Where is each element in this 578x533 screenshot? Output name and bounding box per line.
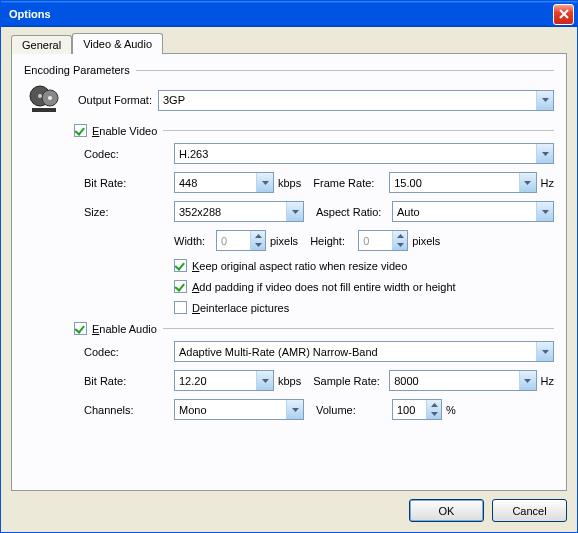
hz-unit: Hz (541, 375, 554, 387)
sample-rate-combo[interactable]: 8000 (389, 370, 536, 391)
options-window: Options General Video & Audio Encoding P… (0, 0, 578, 533)
chevron-down-icon (519, 173, 536, 192)
channels-label: Channels: (84, 404, 174, 416)
chevron-down-icon (256, 173, 273, 192)
chevron-down-icon (286, 202, 303, 221)
volume-label: Volume: (316, 404, 392, 416)
size-value: 352x288 (179, 206, 286, 218)
output-format-combo[interactable]: 3GP (158, 90, 554, 111)
enable-audio-check[interactable]: Enable Audio (74, 322, 157, 335)
divider (136, 70, 554, 71)
chevron-down-icon (536, 144, 553, 163)
tabstrip: General Video & Audio (11, 35, 567, 54)
cancel-button[interactable]: Cancel (492, 499, 567, 522)
checkbox-icon (74, 124, 87, 137)
hz-unit: Hz (541, 177, 554, 189)
size-combo[interactable]: 352x288 (174, 201, 304, 222)
sample-rate-value: 8000 (394, 375, 518, 387)
video-bitrate-value: 448 (179, 177, 256, 189)
size-label: Size: (84, 206, 174, 218)
width-label: Width: (174, 235, 216, 247)
framerate-value: 15.00 (394, 177, 518, 189)
enable-video-label: Enable Video (92, 125, 157, 137)
chevron-down-icon (536, 342, 553, 361)
sample-rate-label: Sample Rate: (313, 375, 389, 387)
channels-combo[interactable]: Mono (174, 399, 304, 420)
keep-aspect-check[interactable]: Keep original aspect ratio when resize v… (174, 259, 407, 272)
audio-codec-value: Adaptive Multi-Rate (AMR) Narrow-Band (179, 346, 536, 358)
chevron-down-icon (536, 91, 553, 110)
close-icon (559, 9, 569, 19)
checkbox-icon (174, 280, 187, 293)
pixels-unit: pixels (270, 235, 298, 247)
keep-aspect-label: Keep original aspect ratio when resize v… (192, 260, 407, 272)
checkbox-icon (74, 322, 87, 335)
framerate-label: Frame Rate: (313, 177, 389, 189)
titlebar: Options (1, 1, 577, 27)
divider (163, 130, 554, 131)
deinterlace-label: Deinterlace pictures (192, 302, 289, 314)
chevron-down-icon (286, 400, 303, 419)
chevron-down-icon (256, 371, 273, 390)
svg-rect-4 (32, 108, 56, 112)
width-spinner[interactable]: 0 (216, 230, 266, 251)
enable-audio-label: Enable Audio (92, 323, 157, 335)
svg-point-3 (48, 96, 52, 100)
close-button[interactable] (553, 4, 574, 25)
width-value: 0 (221, 235, 250, 247)
svg-point-2 (38, 94, 42, 98)
volume-value: 100 (397, 404, 426, 416)
enable-video-check[interactable]: Enable Video (74, 124, 157, 137)
video-codec-combo[interactable]: H.263 (174, 143, 554, 164)
tab-panel: Encoding Parameters Output Format: 3GP E… (11, 53, 567, 491)
ok-button[interactable]: OK (409, 499, 484, 522)
deinterlace-check[interactable]: Deinterlace pictures (174, 301, 289, 314)
kbps-unit: kbps (278, 177, 301, 189)
spinner-arrows-icon (392, 231, 407, 250)
pixels-unit: pixels (412, 235, 440, 247)
aspect-combo[interactable]: Auto (392, 201, 554, 222)
framerate-combo[interactable]: 15.00 (389, 172, 536, 193)
height-value: 0 (363, 235, 392, 247)
volume-spinner[interactable]: 100 (392, 399, 442, 420)
output-format-value: 3GP (163, 94, 536, 106)
checkbox-icon (174, 259, 187, 272)
aspect-value: Auto (397, 206, 536, 218)
tab-video-audio[interactable]: Video & Audio (72, 33, 163, 54)
audio-codec-label: Codec: (84, 346, 174, 358)
tab-general[interactable]: General (11, 35, 72, 54)
aspect-label: Aspect Ratio: (316, 206, 392, 218)
spinner-arrows-icon (426, 400, 441, 419)
client-area: General Video & Audio Encoding Parameter… (1, 27, 577, 532)
video-bitrate-label: Bit Rate: (84, 177, 174, 189)
film-icon (24, 84, 64, 116)
audio-codec-combo[interactable]: Adaptive Multi-Rate (AMR) Narrow-Band (174, 341, 554, 362)
audio-bitrate-combo[interactable]: 12.20 (174, 370, 274, 391)
add-padding-label: Add padding if video does not fill entir… (192, 281, 456, 293)
audio-bitrate-label: Bit Rate: (84, 375, 174, 387)
video-codec-label: Codec: (84, 148, 174, 160)
chevron-down-icon (536, 202, 553, 221)
percent-unit: % (446, 404, 456, 416)
checkbox-icon (174, 301, 187, 314)
spinner-arrows-icon (250, 231, 265, 250)
add-padding-check[interactable]: Add padding if video does not fill entir… (174, 280, 456, 293)
window-title: Options (9, 8, 553, 20)
video-codec-value: H.263 (179, 148, 536, 160)
height-spinner[interactable]: 0 (358, 230, 408, 251)
output-format-label: Output Format: (64, 94, 158, 106)
channels-value: Mono (179, 404, 286, 416)
divider (163, 328, 554, 329)
kbps-unit: kbps (278, 375, 301, 387)
chevron-down-icon (519, 371, 536, 390)
audio-bitrate-value: 12.20 (179, 375, 256, 387)
encoding-legend: Encoding Parameters (24, 64, 130, 76)
video-bitrate-combo[interactable]: 448 (174, 172, 274, 193)
button-row: OK Cancel (11, 491, 567, 522)
height-label: Height: (310, 235, 358, 247)
